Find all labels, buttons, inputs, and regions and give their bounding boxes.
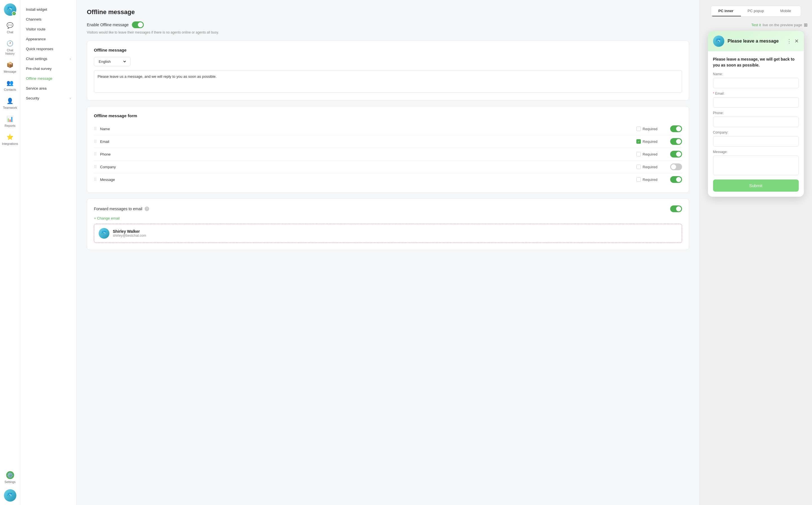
- status-badge: ✓: [12, 11, 16, 16]
- drag-handle-message[interactable]: ⠿: [94, 177, 97, 182]
- toggle-phone[interactable]: [670, 151, 682, 158]
- user-avatar-bottom[interactable]: 🐬: [4, 489, 16, 502]
- settings-icon: ⚙️: [6, 471, 14, 479]
- nav-appearance[interactable]: Appearance: [20, 34, 77, 44]
- form-row-name: ⠿ Name Required: [94, 123, 682, 135]
- change-email-button[interactable]: + Change email: [94, 216, 682, 220]
- enable-toggle-slider: [132, 21, 144, 28]
- enable-row: Enable Offline message: [87, 21, 689, 28]
- widget-title: Please leave a message: [728, 39, 783, 44]
- tab-pc-popup[interactable]: PC popup: [741, 6, 771, 16]
- language-selector[interactable]: English Chinese Spanish: [94, 57, 131, 66]
- widget-field-phone-label: Phone:: [713, 111, 799, 115]
- nav-chat-settings[interactable]: Chat settings ›: [20, 54, 77, 64]
- widget-submit-button[interactable]: Submit: [713, 179, 799, 192]
- main-content: Offline message Enable Offline message V…: [77, 0, 699, 505]
- test-it-link[interactable]: Test it: [752, 23, 761, 27]
- widget-field-company-label: Company:: [713, 131, 799, 134]
- security-arrow: ›: [70, 97, 71, 100]
- chat-settings-arrow: ›: [70, 57, 71, 61]
- language-select-input[interactable]: English Chinese Spanish: [98, 59, 127, 64]
- field-name-email: Email: [100, 140, 636, 144]
- sidebar-item-message[interactable]: 📦 Message: [2, 59, 19, 75]
- required-check-phone: Required: [636, 152, 670, 156]
- sidebar-item-teamwork[interactable]: 👤 Teamwork: [2, 95, 19, 112]
- grid-icon[interactable]: ⊞: [804, 22, 807, 28]
- sidebar-item-reports[interactable]: 📊 Reports: [2, 113, 19, 130]
- widget-header: 🐬 Please leave a message ⋮ ✕: [708, 31, 804, 51]
- toggle-company[interactable]: [670, 163, 682, 170]
- offline-form-card-title: Offline message form: [94, 113, 682, 118]
- sidebar-item-contacts[interactable]: 👥 Contacts: [2, 77, 19, 94]
- drag-handle-email[interactable]: ⠿: [94, 139, 97, 144]
- toggle-message[interactable]: [670, 176, 682, 183]
- widget-preview: 🐬 Please leave a message ⋮ ✕ Please leav…: [708, 31, 804, 197]
- nav-offline-message[interactable]: Offline message: [20, 73, 77, 83]
- offline-message-textarea[interactable]: Please leave us a message, and we will r…: [94, 70, 682, 93]
- sidebar-item-settings[interactable]: ⚙️ Settings: [2, 469, 19, 486]
- sidebar-item-integrations[interactable]: ⭐ Integrations: [2, 131, 19, 148]
- required-check-company: Required: [636, 165, 670, 169]
- required-check-message: Required: [636, 177, 670, 182]
- widget-phone-input[interactable]: [713, 117, 799, 127]
- toggle-name[interactable]: [670, 125, 682, 132]
- widget-menu-icon[interactable]: ⋮: [787, 38, 792, 44]
- form-row-message: ⠿ Message Required: [94, 173, 682, 186]
- email-card: 🐬 Shirley Walker shirley@bestchat.com: [94, 224, 682, 243]
- email-user-avatar: 🐬: [99, 228, 109, 239]
- nav-pre-chat-survey[interactable]: Pre-chat survey: [20, 64, 77, 73]
- widget-company-input[interactable]: [713, 136, 799, 147]
- widget-header-actions: ⋮ ✕: [787, 38, 799, 44]
- widget-email-input[interactable]: [713, 97, 799, 108]
- tab-pc-inner[interactable]: PC inner: [711, 6, 741, 16]
- widget-name-input[interactable]: [713, 78, 799, 88]
- email-info: Shirley Walker shirley@bestchat.com: [113, 229, 146, 237]
- message-icon: 📦: [6, 61, 14, 69]
- enable-description: Visitors would like to leave their messa…: [87, 30, 689, 35]
- drag-handle-company[interactable]: ⠿: [94, 165, 97, 169]
- tab-mobile[interactable]: Mobile: [771, 6, 801, 16]
- field-name-name: Name: [100, 127, 636, 131]
- widget-field-message-label: Message:: [713, 150, 799, 154]
- nav-install-widget[interactable]: Install widget: [20, 5, 77, 14]
- sidebar-item-chat-history[interactable]: 🕐 Chat history: [2, 37, 19, 57]
- required-checkbox-phone[interactable]: [636, 152, 641, 156]
- nav-security[interactable]: Security ›: [20, 93, 77, 103]
- nav-visitor-route[interactable]: Visitor route: [20, 24, 77, 34]
- required-label-email: Required: [643, 140, 658, 144]
- help-icon[interactable]: ?: [145, 206, 149, 211]
- toggle-email[interactable]: [670, 138, 682, 145]
- test-it-row: Test it live on the preview page ⊞: [752, 22, 807, 28]
- required-label-phone: Required: [643, 152, 658, 156]
- form-row-email: ⠿ Email ✓ Required: [94, 135, 682, 148]
- drag-handle-phone[interactable]: ⠿: [94, 152, 97, 156]
- widget-field-email-label: * Email:: [713, 92, 799, 96]
- required-checkbox-name[interactable]: [636, 127, 641, 131]
- user-name: Shirley Walker: [113, 229, 146, 233]
- preview-pane: PC inner PC popup Mobile Test it live on…: [699, 0, 812, 505]
- required-checkbox-email[interactable]: ✓: [636, 139, 641, 144]
- nav-sidebar: Install widget Channels Visitor route Ap…: [20, 0, 77, 505]
- widget-message-textarea[interactable]: [713, 156, 799, 175]
- form-row-phone: ⠿ Phone Required: [94, 148, 682, 161]
- nav-service-area[interactable]: Service area: [20, 83, 77, 93]
- enable-toggle[interactable]: [132, 21, 144, 28]
- required-checkbox-message[interactable]: [636, 177, 641, 182]
- nav-channels[interactable]: Channels: [20, 14, 77, 24]
- app-logo: 🐬 ✓: [4, 3, 16, 16]
- required-checkbox-company[interactable]: [636, 165, 641, 169]
- field-name-message: Message: [100, 178, 636, 182]
- contacts-icon: 👥: [6, 79, 14, 87]
- forward-toggle[interactable]: [670, 205, 682, 212]
- nav-quick-responses[interactable]: Quick responses: [20, 44, 77, 54]
- user-email: shirley@bestchat.com: [113, 233, 146, 237]
- teamwork-icon: 👤: [6, 97, 14, 105]
- required-label-message: Required: [643, 178, 658, 182]
- offline-message-card-title: Offline message: [94, 48, 682, 52]
- reports-icon: 📊: [6, 115, 14, 123]
- drag-handle-name[interactable]: ⠿: [94, 127, 97, 131]
- forward-messages-card: Forward messages to email ? + Change ema…: [87, 198, 689, 250]
- widget-close-icon[interactable]: ✕: [795, 38, 799, 44]
- required-check-email: ✓ Required: [636, 139, 670, 144]
- sidebar-item-chat[interactable]: 💬 Chat: [2, 19, 19, 36]
